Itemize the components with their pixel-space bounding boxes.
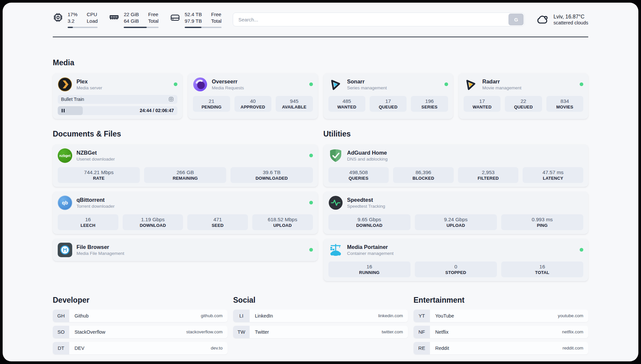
- stat-rate: 744.21 Mbps RATE: [58, 167, 140, 183]
- service-card-radarr[interactable]: Radarr Movie management 17 WANTED 22 QUE…: [459, 73, 588, 119]
- search-engine-button[interactable]: G: [508, 14, 524, 25]
- disk-labels: Free Total: [211, 11, 222, 24]
- stat-queued: 17 QUEUED: [370, 96, 407, 112]
- stat-value: 266 GB: [145, 169, 225, 175]
- cpu-values: 17% 3.2: [68, 11, 77, 24]
- bookmark-github[interactable]: GH Github github.com: [53, 310, 228, 322]
- status-dot: [580, 82, 583, 86]
- stat-filtered: 2,953 FILTERED: [458, 167, 519, 183]
- playback-progress-bar: 24:44 / 02:06:47: [58, 106, 177, 115]
- service-title: Sonarr: [347, 78, 387, 85]
- stat-value: 22: [506, 98, 540, 104]
- bookmark-url: stackoverflow.com: [186, 329, 228, 334]
- weather-condition: scattered clouds: [553, 20, 588, 25]
- stat-value: 16: [330, 263, 409, 270]
- memory-values: 22 GiB 64 GiB: [124, 11, 139, 24]
- disk-progress-bar: [185, 27, 222, 28]
- service-card-adguard[interactable]: AdGuard Home DNS and adblocking 498,508 …: [323, 144, 589, 187]
- status-dot: [309, 248, 313, 252]
- service-card-sonarr[interactable]: Sonarr Series management 485 WANTED 17 Q…: [323, 73, 453, 119]
- stat-label: DOWNLOAD: [124, 223, 182, 228]
- resource-widgets: 17% 3.2 CPU Load: [53, 11, 222, 28]
- stat-value: 17: [465, 98, 499, 104]
- stat-value: 9.65 Gbps: [330, 216, 409, 223]
- sonarr-icon: [328, 77, 343, 92]
- dashboard: 17% 3.2 CPU Load: [3, 3, 638, 361]
- bookmark-stackoverflow[interactable]: SO StackOverflow stackoverflow.com: [53, 326, 228, 338]
- service-title: Plex: [76, 78, 102, 85]
- service-subtitle: DNS and adblocking: [347, 157, 388, 162]
- status-dot: [444, 82, 448, 86]
- service-title: File Browser: [76, 244, 124, 250]
- stat-label: APPROVED: [236, 105, 270, 110]
- speedtest-icon: [328, 196, 343, 210]
- status-dot: [309, 201, 313, 204]
- bookmark-youtube[interactable]: YT YouTube youtube.com: [413, 310, 588, 322]
- section-heading-social: Social: [233, 296, 408, 305]
- stat-wanted: 485 WANTED: [328, 96, 365, 112]
- bookmark-twitter[interactable]: TW Twitter twitter.com: [233, 326, 408, 338]
- service-card-qbittorrent[interactable]: qb qBittorrent Torrent downloader 16 LEE…: [53, 192, 318, 234]
- stat-total: 16 TOTAL: [501, 261, 583, 277]
- stat-label: SERIES: [412, 105, 446, 110]
- section-heading-utilities: Utilities: [323, 130, 589, 138]
- stat-value: 47.57 ms: [524, 169, 582, 175]
- memory-labels: Free Total: [148, 11, 159, 24]
- bookmark-url: netflix.com: [562, 329, 588, 334]
- bookmark-abbr: LI: [233, 310, 250, 322]
- service-subtitle: Container management: [347, 251, 394, 256]
- bookmark-reddit[interactable]: RE Reddit reddit.com: [413, 342, 588, 354]
- section-heading-developer: Developer: [53, 296, 228, 305]
- service-subtitle: Usenet downloader: [76, 157, 115, 162]
- weather-widget: Lviv, 16.87°C scattered clouds: [536, 13, 588, 26]
- bookmark-group-social: Social LI LinkedIn linkedin.com TW Twitt…: [233, 296, 408, 338]
- bookmark-abbr: NF: [413, 326, 430, 338]
- service-card-filebrowser[interactable]: File Browser Media File Management: [53, 239, 318, 261]
- search-input[interactable]: [233, 13, 525, 26]
- media-type-icon: [168, 96, 174, 102]
- stat-stopped: 0 STOPPED: [415, 261, 497, 277]
- stat-queued: 22 QUEUED: [505, 96, 542, 112]
- memory-widget: 22 GiB 64 GiB Free Total: [109, 11, 159, 28]
- now-playing-row: Bullet Train: [58, 95, 177, 104]
- qbittorrent-icon: qb: [58, 196, 72, 210]
- service-card-nzbget[interactable]: nzbget NZBGet Usenet downloader 744.21 M…: [53, 144, 318, 187]
- status-dot: [580, 248, 583, 252]
- service-title: NZBGet: [76, 150, 115, 156]
- stat-pending: 21 PENDING: [193, 96, 230, 112]
- bookmark-url: github.com: [201, 313, 228, 318]
- stat-label: SEED: [189, 223, 247, 228]
- stat-running: 16 RUNNING: [328, 261, 411, 277]
- bookmark-group-entertainment: Entertainment YT YouTube youtube.com NF …: [413, 296, 588, 354]
- service-card-overseerr[interactable]: Overseerr Media Requests 21 PENDING 40 A…: [188, 73, 318, 119]
- stat-value: 0: [416, 263, 496, 270]
- stat-label: PENDING: [194, 105, 229, 110]
- stat-value: 196: [412, 98, 446, 104]
- stat-value: 945: [277, 98, 311, 104]
- bookmark-dev[interactable]: DT DEV dev.to: [53, 342, 228, 354]
- bookmark-netflix[interactable]: NF Netflix netflix.com: [413, 326, 588, 338]
- stat-value: 16: [59, 216, 117, 223]
- top-bar: 17% 3.2 CPU Load: [53, 3, 588, 28]
- bookmark-name: Twitter: [255, 329, 269, 335]
- cpu-widget: 17% 3.2 CPU Load: [53, 11, 98, 28]
- stat-ping: 0.993 ms PING: [501, 214, 583, 230]
- stat-label: DOWNLOAD: [330, 223, 409, 228]
- service-title: qBittorrent: [76, 197, 115, 203]
- service-card-plex[interactable]: Plex Media server Bullet Train 24:44 / 0: [53, 73, 182, 119]
- stat-value: 618.52 Mbps: [254, 216, 312, 223]
- filebrowser-icon: [58, 243, 72, 257]
- cpu-labels: CPU Load: [87, 11, 98, 24]
- bookmark-linkedin[interactable]: LI LinkedIn linkedin.com: [233, 310, 408, 322]
- service-subtitle: Media File Management: [76, 251, 124, 256]
- radarr-icon: [464, 77, 478, 92]
- service-subtitle: Speedtest Tracking: [347, 204, 385, 209]
- bookmark-url: youtube.com: [558, 313, 588, 318]
- disk-values: 52.4 TB 97.9 TB: [185, 11, 202, 24]
- service-card-speedtest[interactable]: Speedtest Speedtest Tracking 9.65 Gbps D…: [323, 192, 589, 234]
- search-bar: G: [233, 13, 525, 26]
- stat-label: BLOCKED: [394, 176, 452, 181]
- service-card-portainer[interactable]: Media Portainer Container management 16 …: [323, 239, 589, 281]
- stat-value: 1.19 Gbps: [124, 216, 182, 223]
- stat-value: 17: [371, 98, 405, 104]
